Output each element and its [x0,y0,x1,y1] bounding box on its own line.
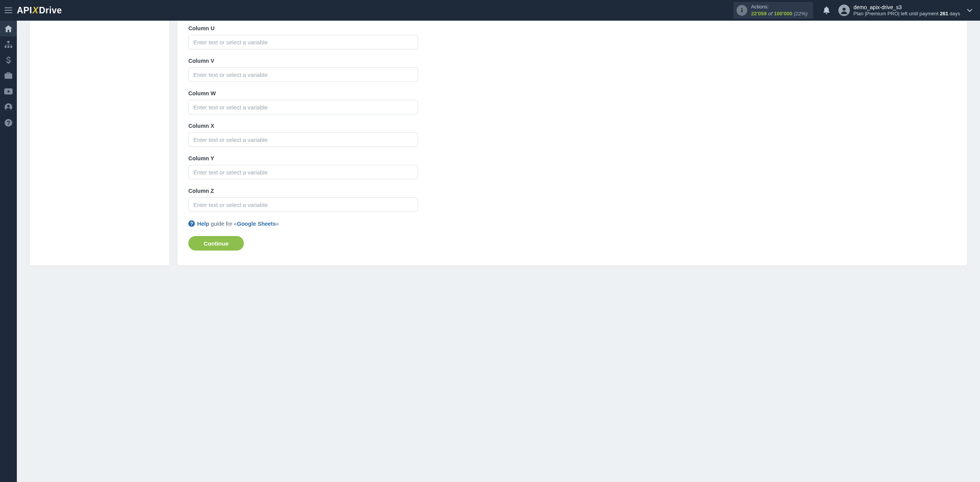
field-input[interactable] [188,100,418,114]
brand-part-x: X [33,5,39,16]
plan-name: Premium PRO [866,11,898,16]
actions-of: of [768,11,772,16]
svg-rect-4 [741,10,742,13]
right-panel-card: Column UColumn VColumn WColumn XColumn Y… [178,21,967,265]
field-row: Column U [188,25,956,49]
field-label: Column U [188,25,956,31]
help-line[interactable]: Help guide for «Google Sheets» [188,220,956,227]
plan-mid: | left until payment [898,11,940,16]
svg-point-12 [7,105,10,107]
rail-item-home[interactable] [0,21,17,36]
field-row: Column X [188,123,956,147]
briefcase-icon [5,72,12,79]
svg-rect-6 [7,41,10,43]
info-icon [737,5,747,16]
help-mid: guide for « [209,221,237,227]
help-subject: Google Sheets [237,221,276,227]
svg-rect-7 [5,46,7,48]
user-icon [840,7,848,14]
actions-label: Actions: [751,4,769,10]
bell-icon [823,7,830,14]
actions-pct: (22%) [794,11,808,16]
youtube-icon [4,88,13,94]
continue-button[interactable]: Continue [188,236,244,251]
svg-rect-0 [5,7,12,8]
field-label: Column Z [188,188,956,194]
field-row: Column W [188,90,956,114]
field-label: Column X [188,123,956,129]
field-label: Column Y [188,155,956,161]
field-row: Column V [188,58,956,82]
hamburger-icon [5,7,12,13]
left-panel-card [30,21,169,265]
rail-item-account[interactable] [0,99,17,115]
sidebar-rail [0,21,17,482]
notifications-button[interactable] [820,4,833,17]
svg-point-3 [741,8,743,10]
svg-point-5 [843,8,846,11]
actions-used: 22'059 [751,11,767,16]
rail-item-video[interactable] [0,83,17,99]
main-content: Column UColumn VColumn WColumn XColumn Y… [17,21,980,482]
plan-days-num: 261 [940,11,948,16]
sitemap-icon [5,41,12,48]
svg-rect-2 [5,12,12,13]
user-lines: demo_apix-drive_s3 Plan |Premium PRO| le… [854,4,960,16]
rail-item-connections[interactable] [0,36,17,52]
svg-rect-8 [8,46,10,48]
home-icon [5,25,12,32]
plan-suffix: days [948,11,960,16]
help-end: » [276,221,279,227]
field-row: Column Z [188,188,956,212]
brand-part-api: API [17,5,32,16]
svg-rect-9 [10,46,12,48]
field-input[interactable] [188,35,418,49]
brand-logo[interactable]: API X Drive [17,5,62,16]
field-input[interactable] [188,67,418,82]
user-name: demo_apix-drive_s3 [854,4,960,11]
field-label: Column W [188,90,956,96]
rail-item-billing[interactable] [0,52,17,68]
actions-counter[interactable]: Actions: 22'059 of 100'000 (22%) [733,2,813,18]
plan-prefix: Plan | [854,11,866,16]
hamburger-button[interactable] [0,0,17,21]
user-plan-line: Plan |Premium PRO| left until payment 26… [854,11,960,17]
dollar-icon [6,56,11,64]
user-menu[interactable]: demo_apix-drive_s3 Plan |Premium PRO| le… [838,4,960,16]
rail-item-help[interactable] [0,115,17,130]
rail-item-briefcase[interactable] [0,68,17,83]
field-input[interactable] [188,165,418,179]
field-row: Column Y [188,155,956,179]
actions-text: Actions: 22'059 of 100'000 (22%) [751,3,808,17]
question-circle-icon [5,119,12,127]
actions-total: 100'000 [774,11,792,16]
svg-rect-1 [5,10,12,11]
user-menu-chevron[interactable] [965,9,975,12]
help-circle-icon [188,220,195,227]
svg-point-13 [5,119,12,127]
user-circle-icon [5,103,12,111]
field-label: Column V [188,58,956,64]
help-word: Help [197,221,209,227]
topbar: API X Drive Actions: 22'059 of 100'000 (… [0,0,980,21]
field-input[interactable] [188,132,418,147]
avatar [838,5,850,16]
svg-point-14 [188,220,195,227]
chevron-down-icon [967,9,972,12]
brand-part-drive: Drive [39,5,62,16]
field-input[interactable] [188,197,418,212]
